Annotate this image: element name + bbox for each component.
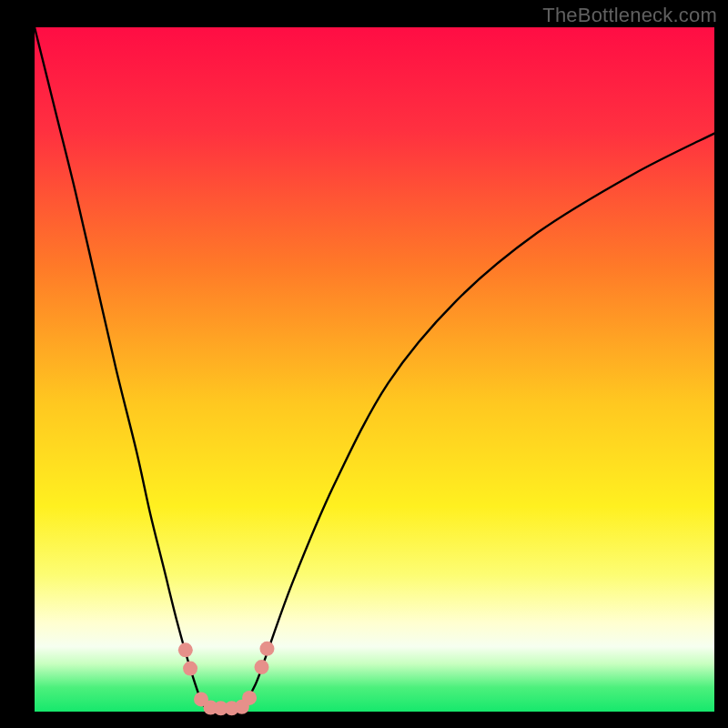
plot-background [35,27,714,712]
chart-svg [0,0,728,728]
marker-dot [183,662,197,676]
chart-stage: TheBottleneck.com [0,0,728,728]
marker-dot [259,642,274,656]
marker-dot [178,642,193,657]
watermark-text: TheBottleneck.com [542,4,717,27]
marker-dot [254,660,268,674]
marker-dot [242,691,257,705]
